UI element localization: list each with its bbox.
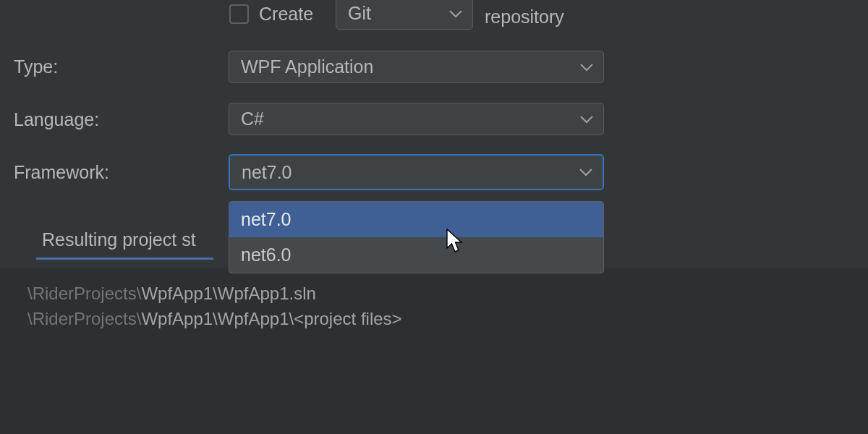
chevron-down-icon: [580, 63, 593, 72]
chevron-down-icon: [449, 9, 462, 18]
type-dropdown-value: WPF Application: [241, 56, 373, 77]
vcs-dropdown[interactable]: Git: [336, 0, 473, 30]
language-label: Language:: [14, 109, 99, 130]
structure-line: \RiderProjects\WpfApp1\WpfApp1\<project …: [27, 307, 402, 332]
framework-label: Framework:: [14, 162, 109, 183]
project-structure: \RiderProjects\WpfApp1\WpfApp1.sln \Ride…: [27, 281, 402, 332]
language-dropdown-value: C#: [241, 109, 264, 129]
cursor-icon: [446, 229, 464, 250]
framework-dropdown-list[interactable]: net7.0 net6.0: [229, 201, 604, 273]
language-dropdown[interactable]: C#: [229, 103, 604, 135]
create-repo-checkbox[interactable]: [229, 4, 249, 24]
chevron-down-icon: [579, 168, 592, 176]
structure-line: \RiderProjects\WpfApp1\WpfApp1.sln: [27, 281, 402, 307]
type-dropdown[interactable]: WPF Application: [229, 51, 604, 83]
framework-option[interactable]: net6.0: [229, 237, 603, 273]
resulting-structure-tab[interactable]: Resulting project st: [36, 229, 213, 260]
framework-dropdown[interactable]: net7.0: [229, 154, 604, 190]
chevron-down-icon: [580, 115, 593, 124]
framework-dropdown-value: net7.0: [242, 162, 292, 183]
create-label: Create: [259, 4, 313, 25]
framework-option[interactable]: net7.0: [229, 202, 603, 237]
repository-suffix-label: repository: [485, 7, 564, 27]
vcs-dropdown-value: Git: [348, 3, 371, 24]
type-label: Type:: [14, 56, 58, 77]
